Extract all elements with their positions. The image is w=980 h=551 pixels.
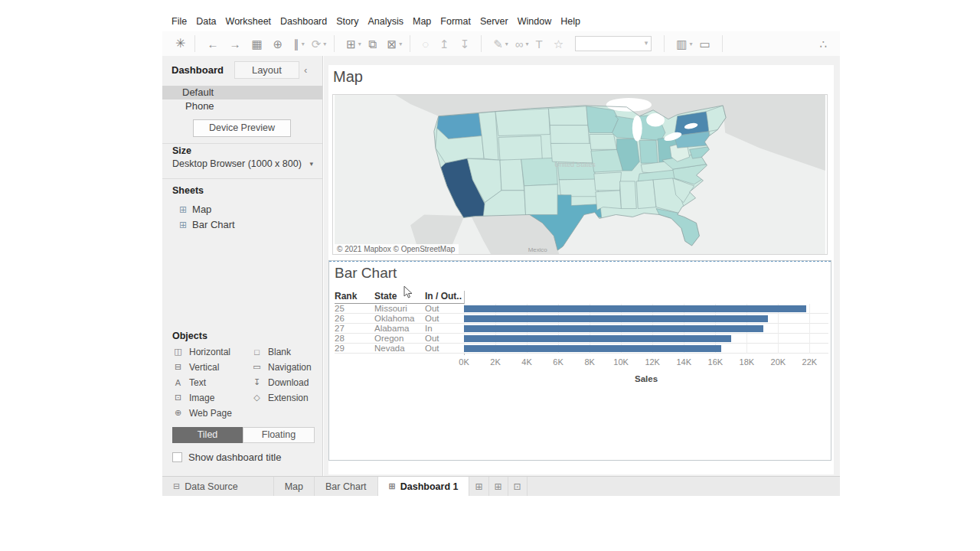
object-horizontal[interactable]: ◫ Horizontal [173,346,230,357]
clear-sheet-button[interactable]: ⊠ [387,38,397,50]
new-worksheet-tab-button[interactable]: ⊞ [469,477,488,496]
map-visualization[interactable]: United States Mexico © 2021 Mapbox © Ope… [332,94,828,255]
new-dashboard-tab-button[interactable]: ⊞ [489,477,508,496]
chevron-down-icon[interactable]: ▾ [399,41,402,47]
floating-button[interactable]: Floating [243,427,315,443]
sheet-item-bar-chart[interactable]: ⊞ Bar Chart [179,218,235,231]
tab-dashboard-1[interactable]: ⊞ Dashboard 1 [378,477,470,496]
chevron-down-icon[interactable]: ▾ [358,41,361,47]
tableau-window: File Data Worksheet Dashboard Story Anal… [162,11,840,496]
device-option-phone[interactable]: Phone [162,99,322,113]
run-auto-updates-button[interactable]: ⟳ [312,38,322,50]
toolbar: ✳ ← → ▦ ⊕ ∥ ▾ ⟳ ▾ ⊞ ▾ ⧉ ⊠ ▾ ◌ ↥ ↧ ✎ ▾ ∞ … [162,31,840,56]
toolbar-separator [334,35,335,52]
object-vertical[interactable]: ⊟ Vertical [173,361,219,373]
chevron-down-icon[interactable]: ▾ [323,41,326,47]
sort-descending-button[interactable]: ↧ [460,38,470,50]
fit-selector-dropdown[interactable]: ▾ [575,36,652,51]
country-label: United States [554,161,596,168]
sales-axis[interactable]: 0K 2K 4K 6K 8K 10K 12K 14K 16K 18K 20K 2… [464,357,828,368]
highlight-button[interactable]: ✎ [493,38,503,50]
share-button[interactable]: ∴ [819,38,827,50]
sales-bar[interactable] [464,305,806,312]
fix-axes-button[interactable]: ☆ [554,38,564,50]
bar-chart-sheet-title: Bar Chart [335,265,397,282]
menu-analysis[interactable]: Analysis [363,16,408,27]
group-members-button[interactable]: ◌ [422,38,429,50]
toolbar-separator [664,35,665,52]
object-image[interactable]: ⊡ Image [173,392,214,403]
dashboard-grid-icon: ⊞ [389,481,396,491]
object-blank[interactable]: □ Blank [252,346,291,357]
sales-bar[interactable] [464,335,731,342]
show-dashboard-title-checkbox[interactable] [172,452,182,462]
sales-bar[interactable] [464,325,763,332]
dashboard-canvas-area: Map [324,56,840,476]
column-header-rank[interactable]: Rank [335,291,357,302]
device-preview-button[interactable]: Device Preview [193,119,291,137]
dashboard-surface[interactable]: Map [328,65,834,474]
sheet-item-map[interactable]: ⊞ Map [179,203,211,216]
duplicate-button[interactable]: ⧉ [368,38,377,50]
toolbar-separator [481,35,482,52]
state-oklahoma[interactable] [559,179,599,197]
chevron-down-icon[interactable]: ▾ [505,41,508,47]
save-button[interactable]: ▦ [251,38,262,50]
size-section-label: Size [172,145,191,156]
download-object-icon: ↧ [252,377,262,387]
show-mark-labels-button[interactable]: T [536,38,543,50]
bar-chart-zone[interactable]: Bar Chart Rank State In / Out.. 25 Misso… [328,260,831,461]
tab-dashboard[interactable]: Dashboard [162,61,234,79]
pause-auto-updates-button[interactable]: ∥ [293,38,299,50]
tab-bar-chart[interactable]: Bar Chart [315,477,378,496]
object-navigation[interactable]: ▭ Navigation [252,361,312,373]
menu-story[interactable]: Story [332,16,363,27]
new-data-source-button[interactable]: ⊕ [273,38,283,50]
chevron-down-icon[interactable]: ▾ [302,41,305,47]
chevron-down-icon: ▾ [645,39,648,47]
sales-bar[interactable] [464,345,721,352]
sales-bar[interactable] [464,315,768,322]
column-header-inout[interactable]: In / Out.. [425,291,462,302]
tiled-button[interactable]: Tiled [172,427,243,443]
presentation-mode-button[interactable]: ▭ [699,38,710,50]
menu-format[interactable]: Format [436,16,475,27]
menu-window[interactable]: Window [513,16,556,27]
table-row: 27 Alabama In [335,324,828,334]
menu-data[interactable]: Data [191,16,220,27]
object-text[interactable]: A Text [173,377,206,388]
menu-file[interactable]: File [167,16,191,27]
collapse-pane-icon[interactable]: ‹ [304,64,307,76]
object-extension[interactable]: ◇ Extension [252,392,309,403]
undo-button[interactable]: ← [207,38,218,50]
tableau-logo-icon[interactable]: ✳ [175,37,185,50]
vertical-container-icon: ⊟ [173,362,183,372]
tab-layout[interactable]: Layout [234,61,299,79]
menu-map[interactable]: Map [408,16,436,27]
object-download[interactable]: ↧ Download [252,377,309,388]
tab-data-source[interactable]: ⊟ Data Source [162,477,274,496]
image-object-icon: ⊡ [173,393,183,403]
horizontal-container-icon: ◫ [173,347,183,357]
show-me-button[interactable]: ▥ [676,38,687,50]
toolbar-separator [722,35,723,52]
new-worksheet-button[interactable]: ⊞ [346,38,356,50]
size-dropdown[interactable]: Desktop Browser (1000 x 800) ▾ [172,158,318,169]
redo-button[interactable]: → [229,38,240,50]
chevron-down-icon[interactable]: ▾ [526,41,529,47]
menu-server[interactable]: Server [475,16,513,27]
table-row: 29 Nevada Out [335,344,828,354]
map-sheet-title: Map [333,68,363,86]
hyperlink-button[interactable]: ∞ [515,38,524,50]
chevron-down-icon[interactable]: ▾ [689,41,692,47]
menu-help[interactable]: Help [556,16,585,27]
menu-dashboard[interactable]: Dashboard [276,16,332,27]
state-alabama[interactable] [636,180,656,209]
object-web-page[interactable]: ⊕ Web Page [173,407,232,419]
menu-worksheet[interactable]: Worksheet [221,16,276,27]
column-header-state[interactable]: State [374,291,397,302]
sort-ascending-button[interactable]: ↥ [439,38,449,50]
new-story-tab-button[interactable]: ⊡ [508,477,528,496]
tab-map[interactable]: Map [274,477,315,496]
device-option-default[interactable]: Default [162,86,322,99]
